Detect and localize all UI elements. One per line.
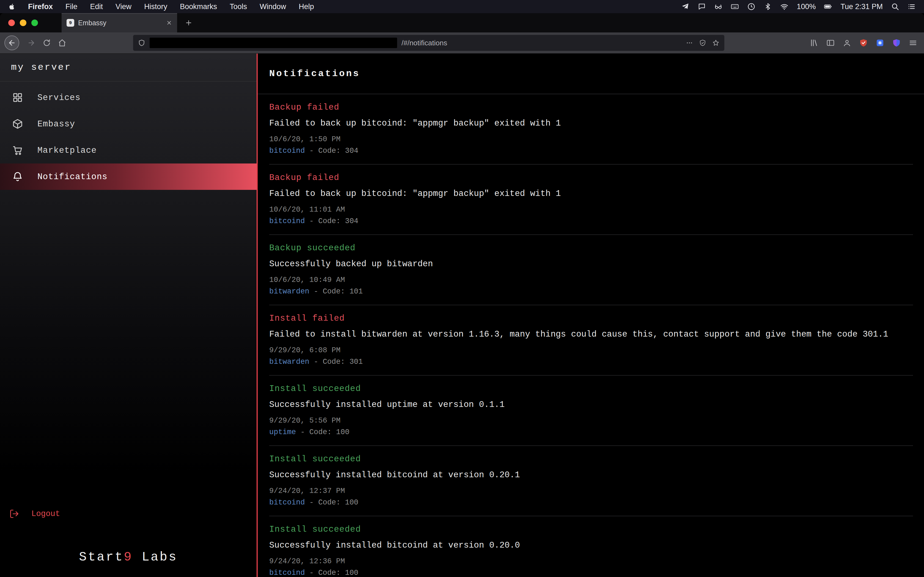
menu-tools[interactable]: Tools — [229, 2, 247, 11]
menu-window[interactable]: Window — [260, 2, 286, 11]
notification-item[interactable]: Install succeeded Successfully installed… — [269, 516, 913, 577]
tab-close-icon[interactable] — [166, 20, 172, 26]
adblocker-extension-icon[interactable] — [859, 39, 868, 47]
menu-bookmarks[interactable]: Bookmarks — [180, 2, 217, 11]
notification-description: Successfully installed bitcoind at versi… — [269, 470, 913, 480]
home-button[interactable] — [55, 35, 70, 50]
browser-tab-embassy[interactable]: 9 Embassy — [61, 13, 177, 32]
sidebar-item-marketplace[interactable]: Marketplace — [0, 137, 257, 163]
clock-icon[interactable] — [747, 2, 755, 11]
traffic-lights — [8, 19, 38, 26]
apple-icon[interactable] — [8, 2, 15, 11]
cart-icon — [12, 145, 23, 156]
menu-list-icon[interactable] — [908, 2, 916, 11]
menu-help[interactable]: Help — [299, 2, 314, 11]
tab-favicon: 9 — [66, 19, 74, 27]
service-link[interactable]: bitcoind — [269, 147, 305, 155]
privacy-shield-extension-icon[interactable] — [892, 39, 901, 47]
service-link[interactable]: bitcoind — [269, 217, 305, 225]
menu-history[interactable]: History — [144, 2, 167, 11]
notification-code: Code: 100 — [309, 428, 349, 436]
keyboard-icon[interactable] — [731, 2, 739, 11]
notification-meta: bitcoind - Code: 100 — [269, 569, 913, 577]
redacted-url — [150, 38, 397, 48]
menu-edit[interactable]: Edit — [90, 2, 103, 11]
logout-label: Logout — [31, 509, 60, 519]
service-link[interactable]: uptime — [269, 428, 296, 436]
notification-item[interactable]: Install succeeded Successfully installed… — [269, 446, 913, 516]
sidebar-item-embassy[interactable]: Embassy — [0, 111, 257, 137]
service-link[interactable]: bitwarden — [269, 358, 309, 366]
notification-description: Failed to back up bitcoind: "appmgr back… — [269, 118, 913, 128]
tab-bar: 9 Embassy — [0, 13, 924, 32]
wifi-icon[interactable] — [780, 2, 788, 11]
protections-shield-icon[interactable] — [699, 39, 706, 47]
sidebar-item-services[interactable]: Services — [0, 84, 257, 111]
meta-separator: - — [305, 147, 318, 155]
page-actions-icon[interactable] — [686, 39, 693, 47]
tracking-shield-icon[interactable] — [138, 39, 145, 47]
account-icon[interactable] — [843, 39, 851, 47]
service-link[interactable]: bitcoind — [269, 569, 305, 577]
sidebar-item-notifications[interactable]: Notifications — [0, 163, 257, 190]
service-link[interactable]: bitwarden — [269, 287, 309, 296]
notification-description: Failed to install bitwarden at version 1… — [269, 329, 913, 339]
glasses-icon[interactable] — [714, 2, 722, 11]
sidebar-item-label: Marketplace — [37, 146, 97, 155]
sidebar-toggle-icon[interactable] — [826, 39, 835, 47]
notification-title: Install succeeded — [269, 454, 913, 464]
back-button[interactable] — [5, 35, 19, 50]
notification-item[interactable]: Backup succeeded Successfully backed up … — [269, 235, 913, 305]
service-link[interactable]: bitcoind — [269, 498, 305, 507]
notification-item[interactable]: Install failed Failed to install bitward… — [269, 305, 913, 376]
notification-code: Code: 101 — [323, 287, 363, 296]
sidebar: my server Services Embassy — [0, 53, 258, 577]
notification-timestamp: 10/6/20, 1:50 PM — [269, 135, 913, 144]
menu-firefox[interactable]: Firefox — [28, 2, 53, 11]
reload-button[interactable] — [39, 35, 55, 50]
notification-title: Install succeeded — [269, 524, 913, 534]
notification-code: Code: 100 — [318, 498, 358, 507]
notification-meta: bitcoind - Code: 100 — [269, 498, 913, 507]
notification-list: Backup failed Failed to back up bitcoind… — [258, 94, 924, 577]
speech-bubble-icon[interactable] — [698, 2, 706, 11]
new-tab-button[interactable] — [185, 19, 192, 27]
battery-icon[interactable] — [824, 2, 832, 11]
notification-code: Code: 301 — [323, 358, 363, 366]
brand-pre: Start — [79, 550, 124, 564]
close-window-button[interactable] — [8, 19, 15, 26]
meta-separator: - — [309, 358, 323, 366]
logout-button[interactable]: Logout — [0, 505, 257, 522]
menu-file[interactable]: File — [65, 2, 78, 11]
library-icon[interactable] — [809, 39, 818, 47]
tab-title: Embassy — [78, 19, 162, 27]
start9-labs-logo: Start9 Labs — [0, 550, 257, 565]
hamburger-menu-icon[interactable] — [909, 39, 918, 47]
spotlight-search-icon[interactable] — [891, 2, 899, 11]
main-panel: Notifications Backup failed Failed to ba… — [258, 53, 924, 577]
notification-item[interactable]: Install succeeded Successfully installed… — [269, 376, 913, 446]
notification-item[interactable]: Backup failed Failed to back up bitcoind… — [269, 94, 913, 164]
menu-view[interactable]: View — [115, 2, 131, 11]
forward-button[interactable] — [24, 35, 39, 50]
page-title: Notifications — [258, 60, 924, 87]
server-title: my server — [0, 53, 257, 81]
minimize-window-button[interactable] — [20, 19, 26, 26]
zoom-window-button[interactable] — [31, 19, 38, 26]
notification-item[interactable]: Backup failed Failed to back up bitcoind… — [269, 164, 913, 235]
meta-separator: - — [305, 217, 318, 225]
notification-timestamp: 10/6/20, 10:49 AM — [269, 276, 913, 284]
notification-title: Backup failed — [269, 103, 913, 112]
telegram-icon[interactable] — [681, 2, 690, 11]
blue-extension-icon[interactable] — [876, 39, 884, 47]
bell-icon — [12, 171, 23, 182]
notification-code: Code: 100 — [318, 569, 358, 577]
notification-title: Backup failed — [269, 173, 913, 183]
bookmark-star-icon[interactable] — [712, 39, 719, 47]
battery-percentage: 100% — [797, 2, 816, 11]
url-bar[interactable]: /#/notifications — [133, 35, 724, 51]
meta-separator: - — [296, 428, 309, 436]
menubar-clock[interactable]: Tue 2:31 PM — [840, 2, 883, 11]
browser-window: 9 Embassy /#/notification — [0, 13, 924, 577]
bluetooth-icon[interactable] — [764, 2, 772, 11]
